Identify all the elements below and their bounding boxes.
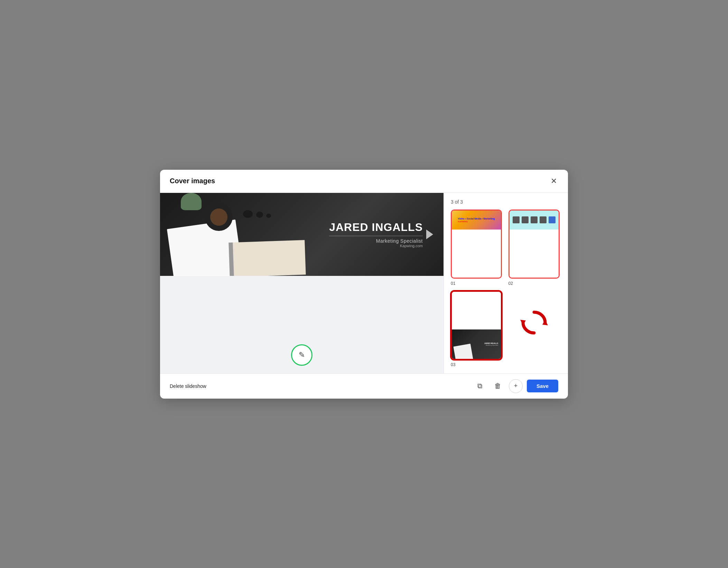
thumb02-mini-5 — [549, 216, 556, 223]
cover-divider — [329, 236, 423, 236]
thumb03-role: Marketing Specialist — [484, 344, 498, 346]
modal-body: JARED INGALLS Marketing Specialist Kapwi… — [160, 193, 568, 373]
thumb02-mini-2 — [522, 216, 529, 223]
thumb01-banner-text-line2: KAPWING — [458, 221, 495, 223]
edit-button[interactable]: ✎ — [291, 344, 312, 366]
coffee-inner — [210, 208, 227, 226]
thumb01-banner-text: Video • Social Media • Marketing KAPWING — [458, 217, 495, 222]
cover-role: Marketing Specialist — [329, 238, 423, 244]
footer-actions: ⧉ 🗑 + Save — [473, 379, 558, 393]
refresh-icon[interactable] — [520, 309, 548, 342]
thumb01-white-space — [452, 230, 501, 278]
thumb02-mini-4 — [540, 216, 547, 223]
thumb-label-02: 02 — [508, 281, 513, 286]
thumb01-content: Video • Social Media • Marketing KAPWING — [452, 211, 501, 278]
pebbles-decoration — [243, 210, 271, 219]
pebble-1 — [243, 210, 253, 218]
thumbnail-card-02[interactable] — [508, 209, 560, 279]
thumb-label-03: 03 — [451, 362, 455, 367]
refresh-cell — [508, 291, 560, 360]
thumbnails-panel: 3 of 3 Video • Social Media • Marketing … — [444, 193, 568, 373]
duplicate-button[interactable]: ⧉ — [473, 379, 487, 393]
thumb03-image: JARED INGALLS Marketing Specialist — [452, 329, 501, 359]
modal-title: Cover images — [170, 177, 215, 185]
modal-header: Cover images ✕ — [160, 170, 568, 193]
notebook-decoration — [228, 240, 306, 276]
thumb03-text: JARED INGALLS Marketing Specialist — [484, 342, 498, 346]
thumb03-name: JARED INGALLS — [484, 342, 498, 344]
thumb02-content — [510, 211, 559, 278]
cover-name: JARED INGALLS — [329, 221, 423, 234]
slide-count: 3 of 3 — [451, 199, 561, 205]
plant-decoration — [181, 193, 202, 210]
thumbnail-item-01: Video • Social Media • Marketing KAPWING… — [451, 209, 504, 286]
preview-area: JARED INGALLS Marketing Specialist Kapwi… — [160, 193, 444, 373]
save-button[interactable]: Save — [527, 380, 558, 392]
thumb01-banner-text-line1: Video • Social Media • Marketing — [458, 217, 495, 220]
thumb02-white-space — [510, 230, 559, 278]
edit-button-wrapper: ✎ — [291, 344, 312, 366]
thumbnail-item-02: 02 — [508, 209, 561, 286]
pebble-3 — [266, 214, 271, 218]
plus-icon: + — [514, 382, 518, 390]
delete-slideshow-button[interactable]: Delete slideshow — [170, 383, 206, 389]
thumb03-white-top — [452, 292, 501, 329]
svg-marker-0 — [542, 320, 548, 325]
delete-button[interactable]: 🗑 — [491, 379, 505, 393]
duplicate-icon: ⧉ — [477, 382, 482, 390]
thumbnail-card-03[interactable]: JARED INGALLS Marketing Specialist — [451, 291, 502, 360]
thumb03-paper — [453, 344, 473, 359]
thumb02-mini-3 — [531, 216, 538, 223]
cover-preview: JARED INGALLS Marketing Specialist Kapwi… — [160, 193, 444, 276]
cover-text-block: JARED INGALLS Marketing Specialist Kapwi… — [329, 221, 423, 248]
thumb02-filmstrip — [510, 211, 559, 230]
thumb01-banner: Video • Social Media • Marketing KAPWING — [452, 211, 501, 230]
thumbnails-grid: Video • Social Media • Marketing KAPWING… — [451, 209, 561, 367]
pencil-icon: ✎ — [299, 351, 305, 360]
close-button[interactable]: ✕ — [549, 176, 558, 186]
coffee-cup-decoration — [205, 203, 233, 231]
modal-footer: Delete slideshow ⧉ 🗑 + Save — [160, 373, 568, 399]
thumb-label-01: 01 — [451, 281, 455, 286]
pebble-2 — [256, 212, 263, 218]
cover-images-modal: Cover images ✕ — [160, 170, 568, 399]
add-button[interactable]: + — [509, 379, 523, 393]
cover-background: JARED INGALLS Marketing Specialist Kapwi… — [160, 193, 444, 276]
trash-icon: 🗑 — [494, 382, 501, 390]
thumbnail-card-01[interactable]: Video • Social Media • Marketing KAPWING — [451, 209, 502, 279]
thumbnail-item-03: JARED INGALLS Marketing Specialist 03 — [451, 291, 504, 367]
thumb03-content: JARED INGALLS Marketing Specialist — [452, 292, 501, 359]
play-arrow-icon — [426, 230, 433, 239]
thumb02-mini-1 — [513, 216, 520, 223]
svg-marker-1 — [520, 320, 526, 325]
cover-site: Kapwing.com — [329, 244, 423, 248]
